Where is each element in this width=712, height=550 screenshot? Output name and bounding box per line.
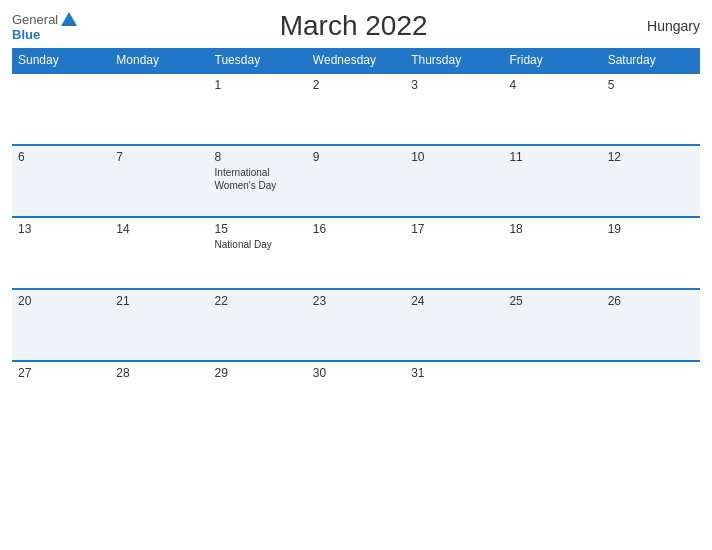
calendar-day-cell: 10: [405, 145, 503, 217]
calendar-day-cell: 23: [307, 289, 405, 361]
day-number: 12: [608, 150, 694, 164]
calendar-day-cell: 20: [12, 289, 110, 361]
calendar-grid: SundayMondayTuesdayWednesdayThursdayFrid…: [12, 48, 700, 433]
calendar-day-cell: 7: [110, 145, 208, 217]
calendar-day-cell: 1: [209, 73, 307, 145]
day-number: 26: [608, 294, 694, 308]
calendar-day-cell: 6: [12, 145, 110, 217]
day-number: 15: [215, 222, 301, 236]
calendar-day-cell: 25: [503, 289, 601, 361]
day-number: 7: [116, 150, 202, 164]
calendar-header-row: SundayMondayTuesdayWednesdayThursdayFrid…: [12, 48, 700, 73]
calendar-day-cell: 16: [307, 217, 405, 289]
calendar-day-cell: 28: [110, 361, 208, 433]
country-label: Hungary: [630, 18, 700, 34]
calendar-day-cell: 8International Women's Day: [209, 145, 307, 217]
calendar-day-cell: 30: [307, 361, 405, 433]
calendar-day-cell: 29: [209, 361, 307, 433]
day-number: 25: [509, 294, 595, 308]
day-number: 31: [411, 366, 497, 380]
calendar-day-cell: 9: [307, 145, 405, 217]
day-number: 8: [215, 150, 301, 164]
day-number: 10: [411, 150, 497, 164]
day-number: 29: [215, 366, 301, 380]
calendar-day-cell: 17: [405, 217, 503, 289]
event-label: National Day: [215, 238, 301, 251]
day-number: 24: [411, 294, 497, 308]
calendar-day-cell: 12: [602, 145, 700, 217]
calendar-week-row: 131415National Day16171819: [12, 217, 700, 289]
day-number: 1: [215, 78, 301, 92]
logo-blue-text: Blue: [12, 28, 77, 41]
weekday-header-cell: Saturday: [602, 48, 700, 73]
calendar-day-cell: 15National Day: [209, 217, 307, 289]
weekday-header-cell: Monday: [110, 48, 208, 73]
day-number: 27: [18, 366, 104, 380]
calendar-day-cell: 2: [307, 73, 405, 145]
logo-top: General: [12, 12, 77, 28]
day-number: 2: [313, 78, 399, 92]
calendar-day-cell: 21: [110, 289, 208, 361]
day-number: 18: [509, 222, 595, 236]
logo: General Blue: [12, 12, 77, 41]
calendar-day-cell: [503, 361, 601, 433]
day-number: 22: [215, 294, 301, 308]
weekday-header-cell: Wednesday: [307, 48, 405, 73]
calendar-day-cell: 3: [405, 73, 503, 145]
day-number: 6: [18, 150, 104, 164]
day-number: 3: [411, 78, 497, 92]
day-number: 14: [116, 222, 202, 236]
logo-wrapper: General Blue: [12, 12, 77, 41]
calendar-day-cell: 27: [12, 361, 110, 433]
calendar-body: 12345678International Women's Day9101112…: [12, 73, 700, 433]
calendar-container: General Blue March 2022 Hungary SundayMo…: [0, 0, 712, 550]
event-label: International Women's Day: [215, 166, 301, 192]
calendar-day-cell: 14: [110, 217, 208, 289]
weekday-header-cell: Tuesday: [209, 48, 307, 73]
calendar-day-cell: 13: [12, 217, 110, 289]
day-number: 21: [116, 294, 202, 308]
calendar-week-row: 2728293031: [12, 361, 700, 433]
day-number: 9: [313, 150, 399, 164]
day-number: 4: [509, 78, 595, 92]
weekday-header-cell: Sunday: [12, 48, 110, 73]
calendar-week-row: 12345: [12, 73, 700, 145]
day-number: 19: [608, 222, 694, 236]
day-number: 28: [116, 366, 202, 380]
day-number: 16: [313, 222, 399, 236]
calendar-day-cell: 31: [405, 361, 503, 433]
calendar-week-row: 678International Women's Day9101112: [12, 145, 700, 217]
logo-general-text: General: [12, 13, 58, 26]
calendar-day-cell: [110, 73, 208, 145]
calendar-day-cell: 19: [602, 217, 700, 289]
logo-triangle-icon: [61, 12, 77, 26]
calendar-header: General Blue March 2022 Hungary: [12, 10, 700, 42]
day-number: 23: [313, 294, 399, 308]
calendar-day-cell: [602, 361, 700, 433]
calendar-day-cell: 18: [503, 217, 601, 289]
calendar-day-cell: 5: [602, 73, 700, 145]
weekday-header-row: SundayMondayTuesdayWednesdayThursdayFrid…: [12, 48, 700, 73]
day-number: 20: [18, 294, 104, 308]
calendar-day-cell: [12, 73, 110, 145]
day-number: 17: [411, 222, 497, 236]
day-number: 11: [509, 150, 595, 164]
calendar-day-cell: 26: [602, 289, 700, 361]
calendar-day-cell: 4: [503, 73, 601, 145]
weekday-header-cell: Thursday: [405, 48, 503, 73]
calendar-day-cell: 11: [503, 145, 601, 217]
calendar-day-cell: 22: [209, 289, 307, 361]
calendar-title: March 2022: [77, 10, 630, 42]
day-number: 5: [608, 78, 694, 92]
calendar-day-cell: 24: [405, 289, 503, 361]
day-number: 30: [313, 366, 399, 380]
weekday-header-cell: Friday: [503, 48, 601, 73]
day-number: 13: [18, 222, 104, 236]
calendar-week-row: 20212223242526: [12, 289, 700, 361]
